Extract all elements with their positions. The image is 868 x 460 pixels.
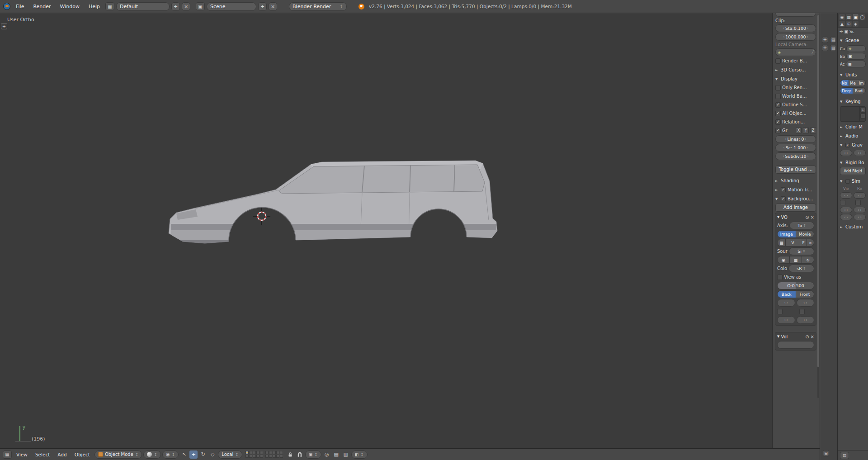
grid-subdiv-field[interactable]: ‹Subdiv:10› [775, 152, 816, 160]
tab-physics-icon[interactable]: ◈ [853, 21, 859, 27]
manipulator-toggle[interactable]: ↖ [180, 451, 188, 459]
grid-lines-field[interactable]: ‹Lines: 0› [775, 135, 816, 143]
clip-end-field[interactable]: ‹1000.000› [775, 33, 816, 41]
transform-orientation-dropdown[interactable]: Local ↕ [218, 451, 242, 459]
layer-button[interactable] [253, 455, 256, 458]
pivot-point-dropdown[interactable]: ◉ ↕ [162, 451, 179, 459]
value-field[interactable]: ‹› [797, 299, 815, 307]
fake-user-button[interactable]: F [800, 239, 807, 246]
panel-color-management[interactable]: ►Color M [840, 123, 866, 131]
flip-horizontal-checkbox[interactable] [777, 309, 783, 314]
layer-button[interactable] [265, 451, 269, 454]
value-field[interactable]: ‹› [777, 316, 795, 324]
editor-type-button[interactable]: ⊞ [823, 450, 829, 456]
render-engine-dropdown[interactable]: Blender Render ↕ [289, 2, 347, 11]
toggle-quad-button[interactable]: Toggle Quad ... [775, 166, 816, 173]
layer-button[interactable] [276, 455, 279, 458]
menu-window[interactable]: Window [57, 2, 83, 11]
degrees-button[interactable]: Degr [840, 88, 853, 94]
world-background-checkbox[interactable]: World Ba... [775, 92, 816, 100]
editor-type-icon[interactable] [3, 3, 10, 10]
value-field[interactable]: ‹› [854, 207, 866, 213]
value-field[interactable]: ‹› [840, 207, 852, 213]
menu-view[interactable]: View [13, 450, 31, 459]
layer-button[interactable] [269, 455, 272, 458]
value-field[interactable]: ‹› [797, 316, 815, 324]
menu-select[interactable]: Select [32, 450, 53, 459]
outline-selected-checkbox[interactable]: ✓Outline S... [775, 101, 816, 109]
delete-layout-button[interactable]: × [182, 2, 190, 11]
expanded-arrow-icon[interactable]: ▼ [777, 335, 779, 338]
camera-field[interactable]: ◈ [846, 45, 866, 52]
render-anim-icon[interactable]: ▥ [342, 451, 350, 459]
scene-browse-icon[interactable]: ▣ [196, 2, 205, 10]
close-icon[interactable]: × [811, 215, 814, 220]
layer-button[interactable] [249, 451, 252, 454]
layer-button[interactable] [260, 451, 263, 454]
lock-icon[interactable] [286, 451, 294, 459]
image-preview-icon[interactable]: ◉ [778, 256, 790, 263]
value-field[interactable]: ‹› [854, 214, 866, 220]
movie-toggle[interactable]: Movie [796, 231, 814, 237]
filepath-icon[interactable]: ▦ [790, 256, 802, 263]
add-layout-button[interactable]: + [171, 2, 180, 11]
car-model[interactable]: y [0, 13, 772, 448]
grid-floor-checkbox[interactable]: ✓Gr X Y Z [775, 127, 816, 134]
extra-dropdown[interactable]: ◧↕ [351, 451, 368, 459]
panel-icon[interactable]: ▤ [830, 37, 836, 43]
front-toggle[interactable]: Front [796, 291, 814, 298]
grid-y-toggle[interactable]: Y [803, 128, 809, 133]
remove-keying-set-button[interactable]: − [860, 114, 865, 119]
pin-icon[interactable]: ✛ [840, 29, 843, 34]
delete-scene-button[interactable]: × [269, 2, 277, 11]
keying-sets-list[interactable]: + − [840, 106, 866, 122]
tab-constraints-icon[interactable]: ⊞ [846, 21, 852, 27]
clipped-row[interactable] [777, 341, 814, 349]
layer-button[interactable] [276, 451, 279, 454]
panel-simplify[interactable]: ▼Sim [840, 177, 866, 185]
unlink-icon[interactable]: × [807, 239, 814, 246]
rotate-manipulator-button[interactable]: ↻ [199, 451, 207, 459]
scene-field[interactable]: Scene [207, 2, 256, 11]
only-render-checkbox[interactable]: Only Ren... [775, 84, 816, 91]
panel-background-images[interactable]: ▼✓Backgrou... [775, 195, 816, 203]
grid-x-toggle[interactable]: X [796, 128, 802, 133]
add-rigid-body-button[interactable]: Add Rigid [840, 167, 866, 175]
panel-3d-cursor[interactable]: ►3D Curso... [775, 66, 816, 74]
clipped-field[interactable] [775, 13, 816, 17]
clip-start-field[interactable]: ‹Sta:0.100› [775, 24, 816, 32]
active-clip-field[interactable]: ▦ [846, 61, 866, 67]
layer-button[interactable] [273, 451, 276, 454]
value-field[interactable]: ‹› [854, 192, 866, 199]
axis-dropdown[interactable]: To↕ [789, 222, 814, 229]
mode-dropdown[interactable]: Object Mode ↕ [94, 451, 142, 459]
radians-button[interactable]: Radi [853, 88, 865, 94]
snap-element-dropdown[interactable]: ▣↕ [305, 451, 321, 459]
viewport-3d[interactable]: User Ortho + [0, 13, 772, 448]
add-keying-set-button[interactable]: + [860, 108, 865, 113]
tab-world-icon[interactable]: ◯ [859, 14, 865, 20]
screen-layout-icon[interactable]: ▦ [105, 2, 114, 10]
grid-scale-field[interactable]: ‹Sc: 1.000› [775, 144, 816, 152]
layer-button[interactable] [256, 455, 259, 458]
tab-scene-icon[interactable]: ▣ [853, 14, 859, 20]
panel-audio[interactable]: ►Audio [840, 132, 866, 140]
pin-icon[interactable]: ✛ [822, 45, 828, 51]
opacity-slider[interactable]: O:0.500 [777, 282, 814, 289]
layer-button[interactable] [269, 451, 272, 454]
tab-render-layers-icon[interactable]: ▦ [846, 14, 852, 20]
reload-icon[interactable]: ↻ [802, 256, 814, 263]
unit-imperial-button[interactable]: Im [857, 80, 865, 86]
panel-rigid-body[interactable]: ▼Rigid Bo [840, 159, 866, 166]
eye-icon[interactable]: ⊙ [805, 334, 809, 339]
value-field[interactable]: ‹› [854, 150, 866, 156]
npanel-scrollbar[interactable] [817, 15, 819, 398]
layer-button[interactable] [253, 451, 256, 454]
expanded-arrow-icon[interactable]: ▼ [777, 215, 779, 219]
local-camera-dropdown[interactable]: ◈╱ [775, 48, 816, 56]
viewport-shading-dropdown[interactable]: ↕ [143, 451, 161, 459]
panel-motion-tracking[interactable]: ►✓Motion Tr... [775, 186, 816, 194]
layer-button[interactable] [245, 455, 249, 458]
tab-object-icon[interactable]: ▲ [839, 21, 845, 27]
translate-manipulator-button[interactable]: + [189, 451, 198, 459]
